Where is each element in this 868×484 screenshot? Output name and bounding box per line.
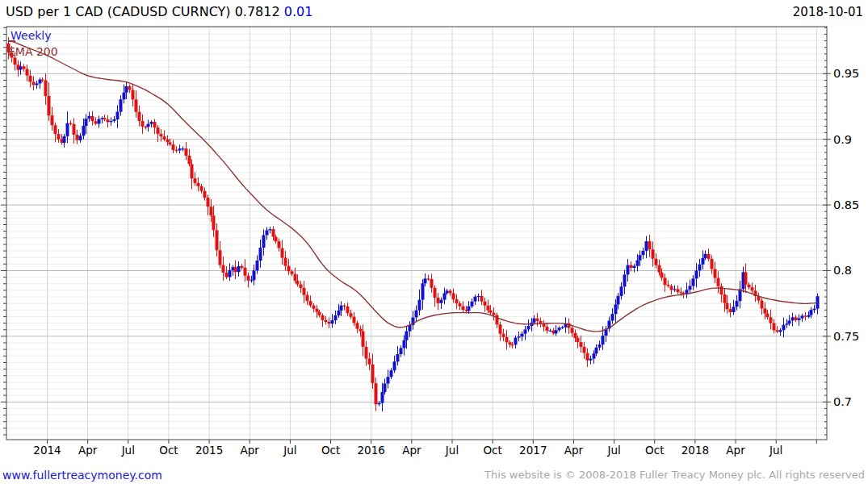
candle-body bbox=[571, 328, 574, 333]
candle-body bbox=[779, 330, 782, 332]
candle-body bbox=[723, 294, 727, 303]
candle-body bbox=[272, 229, 275, 236]
candle-body bbox=[185, 148, 188, 156]
candle-body bbox=[85, 119, 88, 126]
candle-body bbox=[321, 315, 325, 320]
candle-body bbox=[443, 294, 447, 300]
candle-body bbox=[782, 325, 786, 331]
candle-body bbox=[356, 323, 359, 328]
candle-body bbox=[536, 319, 539, 321]
candle-body bbox=[711, 259, 714, 269]
candle-body bbox=[116, 112, 120, 120]
candle-body bbox=[648, 241, 652, 249]
candle-body bbox=[207, 198, 210, 207]
candle-body bbox=[284, 257, 287, 265]
candle-body bbox=[493, 313, 496, 315]
x-tick-label: Jul bbox=[445, 444, 459, 457]
x-tick-label: Apr bbox=[726, 444, 745, 457]
candle-body bbox=[788, 321, 791, 324]
candle-body bbox=[141, 121, 145, 127]
candle-body bbox=[294, 274, 297, 281]
candle-body bbox=[275, 237, 278, 242]
candle-body bbox=[791, 317, 795, 320]
candle-body bbox=[776, 330, 779, 332]
x-tick-label: Jul bbox=[769, 444, 782, 457]
candle-body bbox=[390, 370, 393, 377]
candle-body bbox=[459, 303, 462, 307]
candle-body bbox=[804, 315, 807, 316]
candle-body bbox=[234, 267, 237, 272]
candle-body bbox=[586, 353, 589, 361]
vertical-gridlines bbox=[48, 27, 817, 440]
candle-body bbox=[266, 230, 269, 235]
candle-body bbox=[66, 123, 69, 136]
candle-body bbox=[216, 230, 219, 250]
candle-body bbox=[424, 278, 427, 283]
candle-body bbox=[318, 312, 321, 315]
candle-body bbox=[655, 259, 658, 265]
y-tick-label: 0.95 bbox=[833, 67, 859, 80]
candle-body bbox=[303, 288, 306, 295]
candle-body bbox=[169, 143, 172, 145]
candle-body bbox=[312, 306, 316, 309]
candle-body bbox=[630, 265, 633, 268]
candle-body bbox=[577, 338, 580, 342]
candle-body bbox=[720, 286, 723, 294]
y-tick-label: 0.7 bbox=[833, 395, 852, 408]
site-link[interactable]: www.fullertreacymoney.com bbox=[2, 469, 162, 482]
candle-body bbox=[269, 229, 272, 230]
candle-body bbox=[403, 340, 406, 348]
candle-body bbox=[291, 271, 294, 273]
candle-body bbox=[353, 317, 356, 323]
y-axis-labels: 0.950.90.850.80.750.7 bbox=[833, 67, 859, 408]
x-tick-label: Oct bbox=[321, 444, 340, 457]
candle-body bbox=[405, 332, 409, 340]
candle-body bbox=[166, 140, 170, 143]
candle-body bbox=[113, 119, 116, 121]
copyright-text: This website is © 2008-2018 Fuller Treac… bbox=[484, 469, 865, 481]
x-tick-label: Apr bbox=[78, 444, 98, 457]
candle-body bbox=[729, 309, 732, 312]
candle-body bbox=[375, 383, 378, 404]
candle-body bbox=[110, 121, 113, 122]
candle-body bbox=[673, 289, 677, 290]
candle-body bbox=[287, 266, 291, 272]
candle-body bbox=[769, 317, 773, 323]
candle-body bbox=[452, 293, 455, 299]
x-axis-labels: 2014AprJulOct2015AprJulOct2016AprJulOct2… bbox=[33, 444, 782, 457]
candle-body bbox=[533, 319, 536, 323]
candle-body bbox=[514, 338, 518, 345]
candle-body bbox=[135, 99, 138, 112]
candle-body bbox=[446, 290, 449, 293]
candle-body bbox=[437, 298, 440, 303]
candle-body bbox=[54, 125, 57, 134]
x-tick-label: 2018 bbox=[681, 444, 709, 457]
candle-body bbox=[32, 81, 36, 85]
candle-body bbox=[617, 296, 620, 305]
candle-body bbox=[698, 265, 702, 271]
candle-body bbox=[103, 118, 107, 119]
candle-body bbox=[163, 136, 166, 140]
y-tick-label: 0.8 bbox=[833, 264, 852, 277]
chart-page: { "header": { "title": "USD per 1 CAD (C… bbox=[0, 0, 868, 484]
candle-body bbox=[229, 270, 232, 277]
candle-body bbox=[505, 337, 509, 343]
candle-body bbox=[471, 302, 474, 307]
candle-body bbox=[365, 347, 368, 359]
candle-body bbox=[614, 305, 618, 315]
candle-body bbox=[150, 122, 153, 124]
candle-body bbox=[340, 306, 343, 311]
ema-label: EMA 200 bbox=[8, 45, 58, 58]
candle-body bbox=[633, 266, 636, 268]
y-tick-label: 0.85 bbox=[833, 198, 859, 211]
candle-body bbox=[468, 307, 471, 311]
candle-body bbox=[178, 148, 182, 150]
candle-body bbox=[338, 311, 341, 315]
candle-body bbox=[200, 186, 203, 191]
candle-body bbox=[667, 285, 670, 286]
candle-body bbox=[219, 250, 222, 265]
candle-body bbox=[593, 353, 596, 358]
candle-body bbox=[222, 265, 225, 273]
candle-body bbox=[343, 306, 346, 307]
candle-body bbox=[670, 286, 673, 290]
